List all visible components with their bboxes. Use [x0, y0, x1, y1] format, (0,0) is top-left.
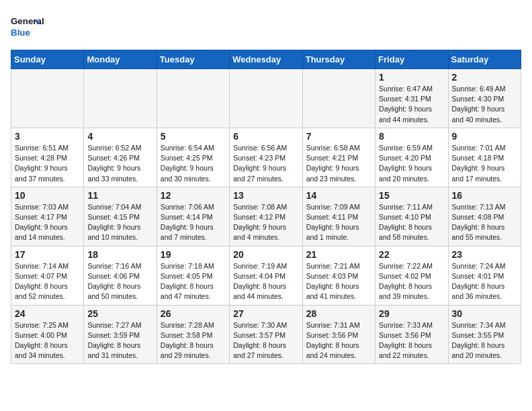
calendar-header: SundayMondayTuesdayWednesdayThursdayFrid…	[11, 50, 521, 69]
day-number: 16	[452, 190, 517, 201]
day-number: 2	[452, 72, 517, 83]
day-info: Sunrise: 6:54 AM Sunset: 4:25 PM Dayligh…	[161, 143, 226, 184]
day-number: 13	[233, 190, 298, 201]
day-cell: 2Sunrise: 6:49 AM Sunset: 4:30 PM Daylig…	[448, 69, 521, 128]
day-number: 12	[161, 190, 226, 201]
day-cell: 9Sunrise: 7:01 AM Sunset: 4:18 PM Daylig…	[448, 128, 521, 187]
day-number: 26	[161, 308, 226, 319]
day-number: 5	[161, 131, 226, 142]
day-info: Sunrise: 7:04 AM Sunset: 4:15 PM Dayligh…	[87, 202, 152, 243]
day-info: Sunrise: 7:14 AM Sunset: 4:07 PM Dayligh…	[15, 261, 80, 302]
day-info: Sunrise: 7:16 AM Sunset: 4:06 PM Dayligh…	[87, 261, 152, 302]
day-cell: 3Sunrise: 6:51 AM Sunset: 4:28 PM Daylig…	[11, 128, 84, 187]
day-cell: 27Sunrise: 7:30 AM Sunset: 3:57 PM Dayli…	[230, 305, 302, 364]
header-row: SundayMondayTuesdayWednesdayThursdayFrid…	[11, 50, 521, 69]
svg-text:General: General	[11, 16, 44, 26]
day-info: Sunrise: 7:09 AM Sunset: 4:11 PM Dayligh…	[306, 202, 371, 243]
week-row-4: 17Sunrise: 7:14 AM Sunset: 4:07 PM Dayli…	[11, 246, 521, 305]
day-number: 22	[379, 249, 444, 260]
day-number: 6	[233, 131, 298, 142]
day-number: 4	[87, 131, 152, 142]
day-number: 28	[306, 308, 371, 319]
day-number: 15	[379, 190, 444, 201]
day-info: Sunrise: 6:59 AM Sunset: 4:20 PM Dayligh…	[379, 143, 444, 184]
day-cell: 20Sunrise: 7:19 AM Sunset: 4:04 PM Dayli…	[230, 246, 302, 305]
header-cell-friday: Friday	[375, 50, 448, 69]
day-cell: 17Sunrise: 7:14 AM Sunset: 4:07 PM Dayli…	[11, 246, 84, 305]
day-info: Sunrise: 7:25 AM Sunset: 4:00 PM Dayligh…	[15, 320, 80, 361]
day-cell: 5Sunrise: 6:54 AM Sunset: 4:25 PM Daylig…	[157, 128, 229, 187]
day-info: Sunrise: 7:03 AM Sunset: 4:17 PM Dayligh…	[15, 202, 80, 243]
header-cell-wednesday: Wednesday	[230, 50, 302, 69]
day-cell: 14Sunrise: 7:09 AM Sunset: 4:11 PM Dayli…	[302, 187, 375, 246]
day-info: Sunrise: 7:01 AM Sunset: 4:18 PM Dayligh…	[452, 143, 517, 184]
day-info: Sunrise: 6:52 AM Sunset: 4:26 PM Dayligh…	[87, 143, 152, 184]
day-info: Sunrise: 7:18 AM Sunset: 4:05 PM Dayligh…	[161, 261, 226, 302]
day-info: Sunrise: 6:49 AM Sunset: 4:30 PM Dayligh…	[452, 84, 517, 125]
day-cell: 8Sunrise: 6:59 AM Sunset: 4:20 PM Daylig…	[375, 128, 448, 187]
day-number: 17	[15, 249, 80, 260]
day-number: 19	[161, 249, 226, 260]
day-cell	[230, 69, 302, 128]
day-info: Sunrise: 7:19 AM Sunset: 4:04 PM Dayligh…	[233, 261, 298, 302]
day-number: 18	[87, 249, 152, 260]
day-cell: 13Sunrise: 7:08 AM Sunset: 4:12 PM Dayli…	[230, 187, 302, 246]
day-cell: 11Sunrise: 7:04 AM Sunset: 4:15 PM Dayli…	[84, 187, 157, 246]
day-number: 8	[379, 131, 444, 142]
day-cell: 29Sunrise: 7:33 AM Sunset: 3:56 PM Dayli…	[375, 305, 448, 364]
day-cell: 6Sunrise: 6:56 AM Sunset: 4:23 PM Daylig…	[230, 128, 302, 187]
week-row-5: 24Sunrise: 7:25 AM Sunset: 4:00 PM Dayli…	[11, 305, 521, 364]
day-info: Sunrise: 7:31 AM Sunset: 3:56 PM Dayligh…	[306, 320, 371, 361]
day-number: 7	[306, 131, 371, 142]
day-number: 23	[452, 249, 517, 260]
day-info: Sunrise: 7:27 AM Sunset: 3:59 PM Dayligh…	[87, 320, 152, 361]
day-number: 24	[15, 308, 80, 319]
svg-text:Blue: Blue	[11, 28, 30, 38]
week-row-3: 10Sunrise: 7:03 AM Sunset: 4:17 PM Dayli…	[11, 187, 521, 246]
day-cell: 12Sunrise: 7:06 AM Sunset: 4:14 PM Dayli…	[157, 187, 229, 246]
logo: General Blue	[11, 11, 44, 44]
header-cell-tuesday: Tuesday	[157, 50, 229, 69]
day-cell: 19Sunrise: 7:18 AM Sunset: 4:05 PM Dayli…	[157, 246, 229, 305]
day-cell: 23Sunrise: 7:24 AM Sunset: 4:01 PM Dayli…	[448, 246, 521, 305]
week-row-1: 1Sunrise: 6:47 AM Sunset: 4:31 PM Daylig…	[11, 69, 521, 128]
day-info: Sunrise: 7:30 AM Sunset: 3:57 PM Dayligh…	[233, 320, 298, 361]
day-info: Sunrise: 7:21 AM Sunset: 4:03 PM Dayligh…	[306, 261, 371, 302]
day-info: Sunrise: 7:08 AM Sunset: 4:12 PM Dayligh…	[233, 202, 298, 243]
day-number: 10	[15, 190, 80, 201]
day-cell: 24Sunrise: 7:25 AM Sunset: 4:00 PM Dayli…	[11, 305, 84, 364]
day-number: 11	[87, 190, 152, 201]
day-info: Sunrise: 7:11 AM Sunset: 4:10 PM Dayligh…	[379, 202, 444, 243]
header-cell-thursday: Thursday	[302, 50, 375, 69]
day-cell: 25Sunrise: 7:27 AM Sunset: 3:59 PM Dayli…	[84, 305, 157, 364]
day-cell	[302, 69, 375, 128]
day-cell	[11, 69, 84, 128]
day-number: 27	[233, 308, 298, 319]
day-cell: 22Sunrise: 7:22 AM Sunset: 4:02 PM Dayli…	[375, 246, 448, 305]
calendar-body: 1Sunrise: 6:47 AM Sunset: 4:31 PM Daylig…	[11, 69, 521, 364]
day-number: 9	[452, 131, 517, 142]
day-cell: 28Sunrise: 7:31 AM Sunset: 3:56 PM Dayli…	[302, 305, 375, 364]
day-number: 14	[306, 190, 371, 201]
header-cell-monday: Monday	[84, 50, 157, 69]
day-cell: 15Sunrise: 7:11 AM Sunset: 4:10 PM Dayli…	[375, 187, 448, 246]
logo-svg: General Blue	[11, 11, 44, 44]
calendar-table: SundayMondayTuesdayWednesdayThursdayFrid…	[11, 50, 521, 364]
day-cell	[84, 69, 157, 128]
day-info: Sunrise: 7:33 AM Sunset: 3:56 PM Dayligh…	[379, 320, 444, 361]
day-info: Sunrise: 7:24 AM Sunset: 4:01 PM Dayligh…	[452, 261, 517, 302]
day-info: Sunrise: 7:34 AM Sunset: 3:55 PM Dayligh…	[452, 320, 517, 361]
day-number: 29	[379, 308, 444, 319]
day-cell: 30Sunrise: 7:34 AM Sunset: 3:55 PM Dayli…	[448, 305, 521, 364]
day-cell: 4Sunrise: 6:52 AM Sunset: 4:26 PM Daylig…	[84, 128, 157, 187]
day-number: 1	[379, 72, 444, 83]
day-number: 3	[15, 131, 80, 142]
day-info: Sunrise: 7:06 AM Sunset: 4:14 PM Dayligh…	[161, 202, 226, 243]
day-info: Sunrise: 7:28 AM Sunset: 3:58 PM Dayligh…	[161, 320, 226, 361]
day-number: 30	[452, 308, 517, 319]
day-info: Sunrise: 7:13 AM Sunset: 4:08 PM Dayligh…	[452, 202, 517, 243]
day-cell: 26Sunrise: 7:28 AM Sunset: 3:58 PM Dayli…	[157, 305, 229, 364]
day-cell: 16Sunrise: 7:13 AM Sunset: 4:08 PM Dayli…	[448, 187, 521, 246]
header-cell-saturday: Saturday	[448, 50, 521, 69]
day-cell: 7Sunrise: 6:58 AM Sunset: 4:21 PM Daylig…	[302, 128, 375, 187]
